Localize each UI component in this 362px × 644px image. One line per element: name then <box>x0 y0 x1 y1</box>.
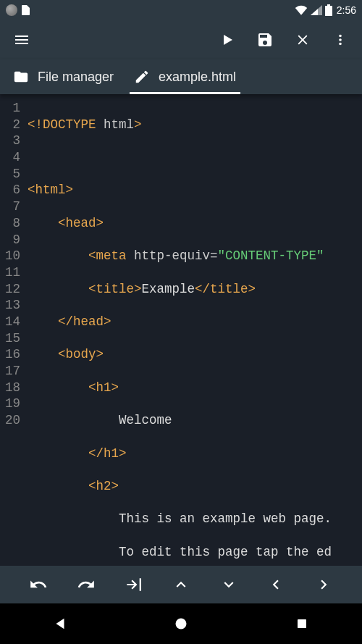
move-up-button[interactable] <box>164 567 198 602</box>
folder-icon <box>13 69 29 85</box>
tab-label: File manager <box>38 70 114 85</box>
overflow-menu-button[interactable] <box>324 24 356 56</box>
code-editor[interactable]: 1234567891011121314151617181920 <!DOCTYP… <box>0 94 362 566</box>
tab-bar: File manager example.html <box>0 59 362 94</box>
editor-toolbar <box>0 566 362 603</box>
move-left-button[interactable] <box>258 567 293 602</box>
move-down-button[interactable] <box>211 567 246 602</box>
sd-card-icon <box>22 5 30 15</box>
move-right-button[interactable] <box>306 567 341 602</box>
status-bar: 2:56 <box>0 0 362 20</box>
svg-point-0 <box>175 619 186 630</box>
tab-indent-button[interactable] <box>116 567 151 602</box>
menu-button[interactable] <box>6 24 38 56</box>
svg-rect-1 <box>298 619 306 628</box>
close-button[interactable] <box>287 24 319 56</box>
line-gutter: 1234567891011121314151617181920 <box>0 94 25 566</box>
nav-home-button[interactable] <box>159 606 203 641</box>
run-button[interactable] <box>211 24 243 56</box>
edit-icon <box>134 69 150 85</box>
tab-file-manager[interactable]: File manager <box>3 59 124 94</box>
battery-icon <box>325 4 332 16</box>
nav-recent-button[interactable] <box>280 606 324 641</box>
tab-label: example.html <box>159 70 236 85</box>
signal-icon <box>311 5 322 15</box>
undo-button[interactable] <box>21 567 56 602</box>
recording-icon <box>6 4 17 16</box>
wifi-icon <box>295 5 308 15</box>
nav-back-button[interactable] <box>38 606 82 641</box>
redo-button[interactable] <box>69 567 104 602</box>
app-bar <box>0 20 362 59</box>
tab-current-file[interactable]: example.html <box>124 59 246 94</box>
status-time: 2:56 <box>337 4 356 16</box>
system-nav-bar <box>0 603 362 644</box>
save-button[interactable] <box>249 24 281 56</box>
code-content[interactable]: <!DOCTYPE html> <html> <head> <meta http… <box>25 94 362 566</box>
